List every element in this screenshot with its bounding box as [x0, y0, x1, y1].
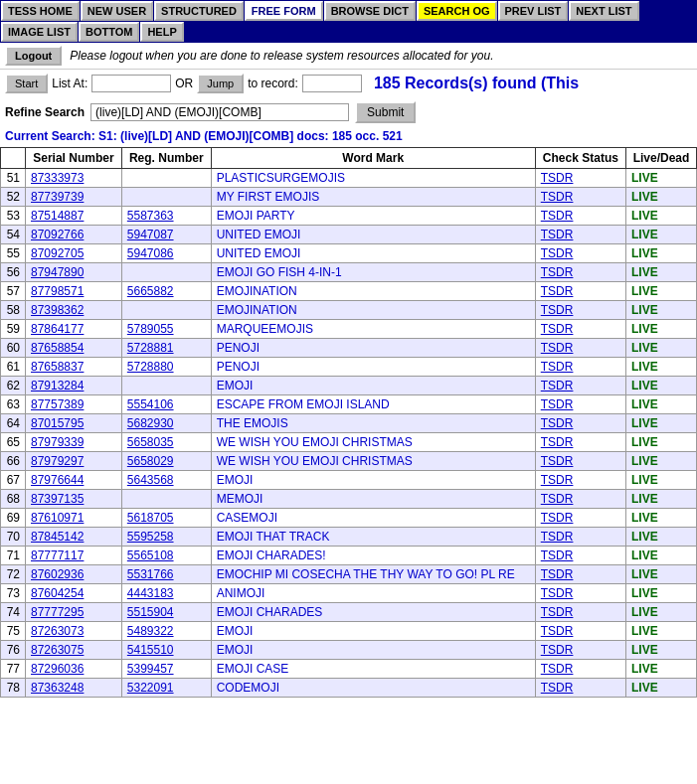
serial-number[interactable]: 87658854: [26, 339, 122, 358]
check-status[interactable]: TSDR: [535, 226, 625, 244]
tsdr-link[interactable]: TSDR: [541, 265, 574, 279]
tsdr-link[interactable]: TSDR: [541, 416, 574, 430]
serial-number[interactable]: 87845142: [26, 528, 122, 547]
check-status[interactable]: TSDR: [535, 679, 625, 698]
submit-button[interactable]: Submit: [355, 101, 416, 123]
check-status[interactable]: TSDR: [535, 433, 625, 452]
reg-number[interactable]: 5322091: [121, 679, 211, 698]
tsdr-link[interactable]: TSDR: [541, 360, 574, 374]
next-list-nav-button[interactable]: Next List: [569, 1, 638, 21]
serial-number[interactable]: 87777295: [26, 603, 122, 622]
serial-number[interactable]: 87757389: [26, 395, 122, 414]
tsdr-link[interactable]: TSDR: [541, 209, 574, 223]
tsdr-link[interactable]: TSDR: [541, 454, 574, 468]
serial-number[interactable]: 87739739: [26, 188, 122, 207]
tsdr-link[interactable]: TSDR: [541, 681, 574, 695]
check-status[interactable]: TSDR: [535, 301, 625, 320]
reg-number[interactable]: 5665882: [121, 282, 211, 301]
serial-number[interactable]: 87397135: [26, 490, 122, 509]
tsdr-link[interactable]: TSDR: [541, 492, 574, 506]
tsdr-link[interactable]: TSDR: [541, 473, 574, 487]
serial-number[interactable]: 87514887: [26, 207, 122, 226]
word-mark[interactable]: ESCAPE FROM EMOJI ISLAND: [211, 395, 535, 414]
word-mark[interactable]: EMOJINATION: [211, 301, 535, 320]
word-mark[interactable]: UNITED EMOJI: [211, 226, 535, 244]
word-mark[interactable]: EMOCHIP MI COSECHA THE THY WAY TO GO! PL…: [211, 565, 535, 584]
word-mark[interactable]: EMOJI CASE: [211, 660, 535, 679]
tsdr-link[interactable]: TSDR: [541, 567, 574, 581]
serial-number[interactable]: 87610971: [26, 509, 122, 528]
word-mark[interactable]: CASEMOJI: [211, 509, 535, 528]
word-mark[interactable]: PLASTICSURGEMOJIS: [211, 169, 535, 188]
check-status[interactable]: TSDR: [535, 244, 625, 263]
check-status[interactable]: TSDR: [535, 547, 625, 565]
check-status[interactable]: TSDR: [535, 452, 625, 471]
reg-number[interactable]: 5728880: [121, 358, 211, 377]
tsdr-link[interactable]: TSDR: [541, 341, 574, 355]
check-status[interactable]: TSDR: [535, 188, 625, 207]
reg-number[interactable]: 5658029: [121, 452, 211, 471]
serial-number[interactable]: 87777117: [26, 547, 122, 565]
reg-number[interactable]: 5415510: [121, 641, 211, 660]
serial-number[interactable]: 87015795: [26, 414, 122, 433]
serial-number[interactable]: 87979297: [26, 452, 122, 471]
serial-number[interactable]: 87602936: [26, 565, 122, 584]
image-list-nav-button[interactable]: Image List: [1, 22, 78, 42]
search-og-nav-button[interactable]: Search OG: [417, 1, 497, 21]
tsdr-link[interactable]: TSDR: [541, 643, 574, 657]
word-mark[interactable]: WE WISH YOU EMOJI CHRISTMAS: [211, 452, 535, 471]
word-mark[interactable]: EMOJINATION: [211, 282, 535, 301]
check-status[interactable]: TSDR: [535, 207, 625, 226]
reg-number[interactable]: 5682930: [121, 414, 211, 433]
reg-number[interactable]: [121, 188, 211, 207]
jump-button[interactable]: Jump: [197, 74, 244, 93]
start-button[interactable]: Start: [5, 74, 48, 93]
to-record-input[interactable]: [302, 75, 362, 92]
check-status[interactable]: TSDR: [535, 490, 625, 509]
tsdr-link[interactable]: TSDR: [541, 397, 574, 411]
prev-list-nav-button[interactable]: Prev List: [498, 1, 569, 21]
reg-number[interactable]: [121, 377, 211, 395]
list-at-input[interactable]: [91, 75, 171, 92]
new-user-nav-button[interactable]: New User: [81, 1, 153, 21]
serial-number[interactable]: 87363248: [26, 679, 122, 698]
tsdr-link[interactable]: TSDR: [541, 228, 574, 241]
tsdr-link[interactable]: TSDR: [541, 662, 574, 676]
check-status[interactable]: TSDR: [535, 263, 625, 282]
reg-number[interactable]: 5789055: [121, 320, 211, 339]
serial-number[interactable]: 87864177: [26, 320, 122, 339]
serial-number[interactable]: 87263073: [26, 622, 122, 641]
reg-number[interactable]: 5565108: [121, 547, 211, 565]
reg-number[interactable]: 5947087: [121, 226, 211, 244]
check-status[interactable]: TSDR: [535, 282, 625, 301]
serial-number[interactable]: 87263075: [26, 641, 122, 660]
check-status[interactable]: TSDR: [535, 339, 625, 358]
serial-number[interactable]: 87798571: [26, 282, 122, 301]
serial-number[interactable]: 87658837: [26, 358, 122, 377]
word-mark[interactable]: EMOJI: [211, 622, 535, 641]
browse-dict-nav-button[interactable]: Browse Dict: [324, 1, 416, 21]
reg-number[interactable]: 5595258: [121, 528, 211, 547]
reg-number[interactable]: [121, 490, 211, 509]
tsdr-link[interactable]: TSDR: [541, 586, 574, 600]
word-mark[interactable]: EMOJI THAT TRACK: [211, 528, 535, 547]
tsdr-link[interactable]: TSDR: [541, 171, 574, 185]
word-mark[interactable]: ANIMOJI: [211, 584, 535, 603]
reg-number[interactable]: [121, 263, 211, 282]
reg-number[interactable]: 5531766: [121, 565, 211, 584]
reg-number[interactable]: [121, 169, 211, 188]
tsdr-link[interactable]: TSDR: [541, 435, 574, 449]
tsdr-link[interactable]: TSDR: [541, 379, 574, 392]
tsdr-link[interactable]: TSDR: [541, 549, 574, 562]
serial-number[interactable]: 87092766: [26, 226, 122, 244]
word-mark[interactable]: EMOJI CHARADES: [211, 603, 535, 622]
reg-number[interactable]: 5618705: [121, 509, 211, 528]
word-mark[interactable]: MY FIRST EMOJIS: [211, 188, 535, 207]
serial-number[interactable]: 87913284: [26, 377, 122, 395]
word-mark[interactable]: EMOJI: [211, 377, 535, 395]
word-mark[interactable]: EMOJI: [211, 471, 535, 490]
check-status[interactable]: TSDR: [535, 584, 625, 603]
reg-number[interactable]: 5728881: [121, 339, 211, 358]
tsdr-link[interactable]: TSDR: [541, 190, 574, 204]
check-status[interactable]: TSDR: [535, 622, 625, 641]
